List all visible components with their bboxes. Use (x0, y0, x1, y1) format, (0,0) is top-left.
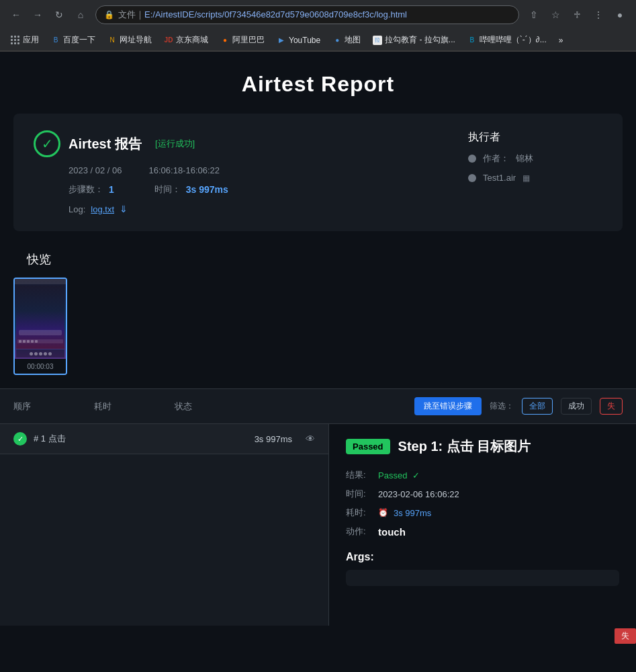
bookmark-bilibili-label: 哔哩哔哩（`-´）∂... (480, 34, 547, 46)
extensions-button[interactable]: ♱ (567, 5, 586, 24)
step-detail-title: Step 1: 点击 目标图片 (398, 437, 531, 456)
eye-icon[interactable]: 👁 (306, 433, 315, 444)
bookmark-alibaba[interactable]: ● 阿里巴巴 (215, 32, 270, 48)
download-icon[interactable]: ⇓ (120, 204, 128, 214)
col-duration: 耗时 (94, 401, 148, 413)
home-button[interactable]: ⌂ (71, 5, 90, 24)
bookmark-apps-label: 应用 (23, 34, 39, 46)
report-card-left: ✓ Airtest 报告 [运行成功] 2023 / 02 / 06 16:06… (34, 130, 455, 214)
steps-section: 顺序 耗时 状态 跳至错误步骤 筛选： 全部 成功 失 ✓ # 1 点击 3s … (0, 388, 636, 626)
bookmark-lagou[interactable]: 拉 拉勾教育 - 拉勾旗... (367, 32, 461, 48)
profile-button[interactable]: ● (610, 5, 629, 24)
bookmark-baidu[interactable]: B 百度一下 (46, 32, 101, 48)
nav-buttons: ← → ↻ ⌂ (7, 5, 90, 24)
address-bar[interactable]: 🔒 文件｜E:/AirtestIDE/scripts/0f734546e82d7… (95, 5, 519, 24)
script-name: Test1.air (483, 173, 516, 183)
report-time-range: 16:06:18-16:06:22 (149, 165, 220, 175)
result-row: 结果: Passed ✓ (346, 469, 619, 481)
jd-icon: JD (164, 36, 173, 45)
result-label: 结果: (346, 469, 373, 481)
phone-content (15, 284, 66, 359)
lagou-icon: 拉 (373, 36, 382, 45)
script-item: Test1.air ▦ (468, 173, 602, 183)
result-check-icon: ✓ (412, 470, 420, 480)
star-button[interactable]: ☆ (546, 5, 565, 24)
url-protocol: 文件｜ (118, 9, 144, 19)
executor-section: 执行者 作者： 锦林 Test1.air ▦ (468, 130, 602, 214)
duration-value: 3s 997ms (394, 508, 431, 518)
more-button[interactable]: ⋮ (589, 5, 608, 24)
time-value: 2023-02-06 16:06:22 (378, 489, 459, 499)
steps-label: 步骤数： (69, 183, 103, 196)
duration-row: 耗时: ⏰ 3s 997ms (346, 507, 619, 519)
step-name: # 1 点击 (34, 433, 248, 445)
col-status: 状态 (175, 401, 228, 413)
bookmark-maps-label: 地图 (345, 34, 361, 46)
time-label: 时间: (346, 488, 373, 500)
phone-status-bar (15, 279, 66, 284)
status-badge: [运行成功] (155, 138, 195, 150)
share-button[interactable]: ⇧ (525, 5, 543, 24)
steps-header-right: 跳至错误步骤 筛选： 全部 成功 失 (414, 397, 623, 415)
maps-icon: ● (332, 36, 342, 45)
page-title: Airtest Report (13, 72, 623, 97)
step-detail-header: Passed Step 1: 点击 目标图片 (346, 437, 619, 456)
bookmark-nav-label: 网址导航 (120, 34, 152, 46)
bookmark-jd[interactable]: JD 京东商城 (158, 32, 214, 48)
bookmark-maps[interactable]: ● 地图 (327, 32, 366, 48)
time-stat: 时间： 3s 997ms (154, 183, 228, 196)
forward-button[interactable]: → (28, 5, 47, 24)
video-timestamp: 00:00:03 (15, 359, 66, 374)
args-content (346, 570, 619, 586)
reload-button[interactable]: ↻ (50, 5, 69, 24)
bookmark-more[interactable]: » (553, 34, 569, 47)
quick-view-section: 快览 (0, 245, 636, 388)
toolbar-icons: ⇧ ☆ ♱ ⋮ ● (525, 5, 629, 24)
bookmark-more-label: » (559, 36, 563, 45)
duration-label: 耗时: (346, 507, 373, 519)
fail-indicator: 失 (615, 628, 636, 644)
action-row: 动作: touch (346, 526, 619, 538)
url-text: 文件｜E:/AirtestIDE/scripts/0f734546e82d7d5… (118, 9, 510, 21)
bookmark-youtube[interactable]: ▶ YouTube (271, 34, 326, 47)
copy-icon[interactable]: ▦ (523, 173, 530, 183)
alibaba-icon: ● (220, 36, 230, 45)
report-date: 2023 / 02 / 06 (69, 165, 122, 175)
table-row[interactable]: ✓ # 1 点击 3s 997ms 👁 (0, 424, 328, 454)
bookmark-bilibili[interactable]: B 哔哩哔哩（`-´）∂... (462, 32, 552, 48)
success-check-icon: ✓ (34, 130, 60, 157)
args-title: Args: (346, 551, 619, 563)
report-header: Airtest Report (0, 52, 636, 114)
clock-icon: ⏰ (378, 508, 388, 517)
back-button[interactable]: ← (7, 5, 26, 24)
video-thumbnail[interactable]: 00:00:03 (13, 278, 67, 375)
report-title-row: ✓ Airtest 报告 [运行成功] (34, 130, 455, 157)
jump-to-error-button[interactable]: 跳至错误步骤 (414, 397, 482, 415)
report-name: Airtest 报告 (69, 135, 142, 153)
split-view: ✓ # 1 点击 3s 997ms 👁 Passed Step 1: 点击 目标… (0, 424, 636, 626)
bookmark-apps[interactable]: 应用 (5, 32, 44, 48)
bookmark-baidu-label: 百度一下 (63, 34, 95, 46)
phone-dock (16, 349, 64, 358)
step-detail: Passed Step 1: 点击 目标图片 结果: Passed ✓ 时间: … (329, 424, 636, 626)
filter-success-button[interactable]: 成功 (561, 398, 592, 415)
filter-fail-button[interactable]: 失 (600, 398, 623, 415)
bookmark-nav[interactable]: N 网址导航 (102, 32, 157, 48)
video-screen (15, 279, 66, 359)
time-row: 时间: 2023-02-06 16:06:22 (346, 488, 619, 500)
bookmark-jd-label: 京东商城 (176, 34, 208, 46)
author-label: 作者： (483, 153, 509, 165)
url-path: E:/AirtestIDE/scripts/0f734546e82d7d579e… (144, 9, 407, 19)
bilibili-icon: B (467, 36, 477, 45)
steps-header-left: 顺序 耗时 状态 (13, 401, 401, 413)
bookmark-alibaba-label: 阿里巴巴 (232, 34, 265, 46)
action-value: touch (378, 526, 406, 538)
log-link[interactable]: log.txt (91, 204, 114, 214)
author-item: 作者： 锦林 (468, 153, 602, 165)
filter-all-button[interactable]: 全部 (522, 398, 553, 415)
report-card: ✓ Airtest 报告 [运行成功] 2023 / 02 / 06 16:06… (13, 114, 623, 231)
time-value: 3s 997ms (186, 184, 228, 195)
step-passed-icon: ✓ (13, 432, 27, 446)
steps-value: 1 (109, 184, 114, 195)
youtube-icon: ▶ (277, 36, 286, 45)
